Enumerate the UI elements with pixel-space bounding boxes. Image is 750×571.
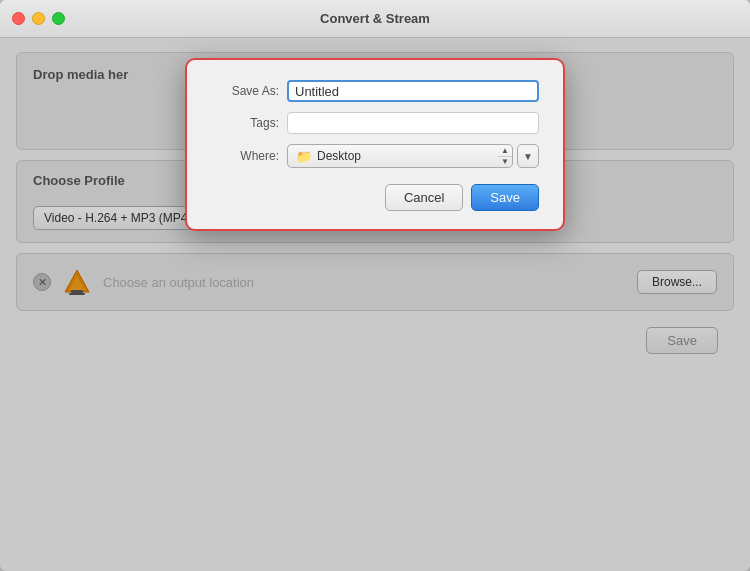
- chevron-up-icon[interactable]: ▲: [498, 145, 512, 157]
- where-label: Where:: [211, 149, 279, 163]
- save-as-input[interactable]: [287, 80, 539, 102]
- folder-icon: 📁: [296, 149, 312, 164]
- main-content: Drop media her Beautiful You.mov Open me…: [0, 38, 750, 571]
- save-dialog: Save As: Tags: Where: 📁 Desktop: [185, 58, 565, 231]
- where-expand-button[interactable]: ▼: [517, 144, 539, 168]
- where-select[interactable]: 📁 Desktop: [287, 144, 498, 168]
- save-as-label: Save As:: [211, 84, 279, 98]
- where-row: Where: 📁 Desktop ▲ ▼ ▼: [211, 144, 539, 168]
- where-value: Desktop: [317, 149, 361, 163]
- where-chevrons[interactable]: ▲ ▼: [498, 144, 513, 168]
- tags-label: Tags:: [211, 116, 279, 130]
- maximize-button[interactable]: [52, 12, 65, 25]
- close-button[interactable]: [12, 12, 25, 25]
- dialog-buttons: Cancel Save: [211, 184, 539, 211]
- dialog-save-button[interactable]: Save: [471, 184, 539, 211]
- dialog-overlay: Save As: Tags: Where: 📁 Desktop: [0, 38, 750, 571]
- chevron-down-icon[interactable]: ▼: [498, 157, 512, 168]
- save-as-row: Save As:: [211, 80, 539, 102]
- app-window: Convert & Stream Drop media her Beautifu…: [0, 0, 750, 571]
- traffic-lights: [12, 12, 65, 25]
- window-title: Convert & Stream: [320, 11, 430, 26]
- tags-row: Tags:: [211, 112, 539, 134]
- titlebar: Convert & Stream: [0, 0, 750, 38]
- tags-input[interactable]: [287, 112, 539, 134]
- minimize-button[interactable]: [32, 12, 45, 25]
- cancel-button[interactable]: Cancel: [385, 184, 463, 211]
